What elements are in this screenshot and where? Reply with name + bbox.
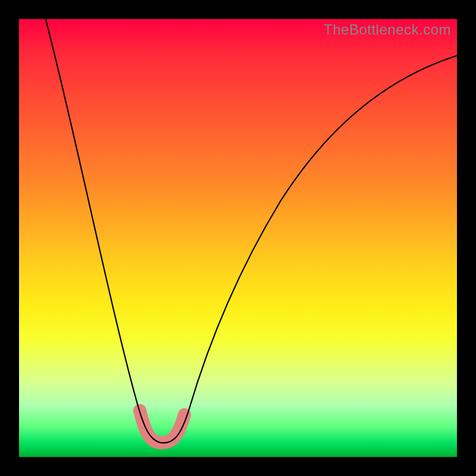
plot-area: TheBottleneck.com (19, 19, 457, 457)
optimal-highlight (140, 411, 184, 443)
bottleneck-curve (44, 13, 464, 443)
chart-frame: TheBottleneck.com (0, 0, 476, 476)
curve-layer (19, 19, 457, 457)
